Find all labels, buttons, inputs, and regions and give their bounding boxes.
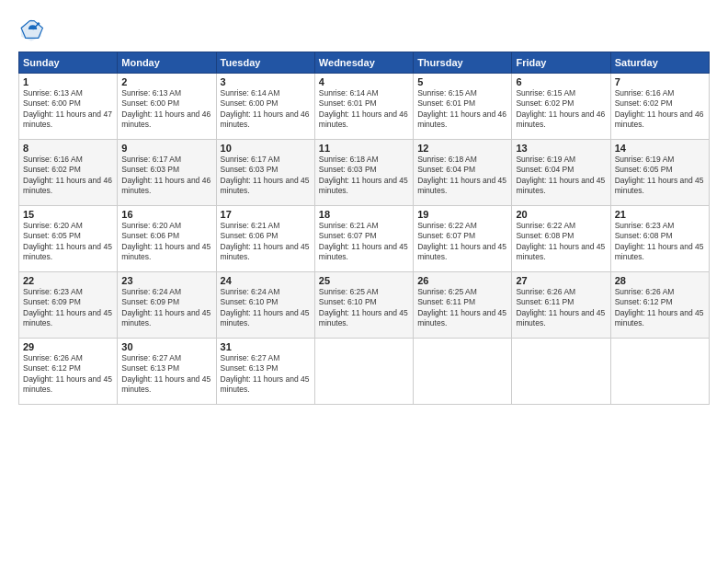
day-number: 14 — [615, 143, 705, 154]
column-header-saturday: Saturday — [610, 52, 709, 74]
logo-icon — [18, 17, 44, 42]
day-cell: 23Sunrise: 6:24 AMSunset: 6:09 PMDayligh… — [118, 272, 216, 339]
day-info: Sunrise: 6:15 AMSunset: 6:02 PMDaylight:… — [516, 88, 606, 131]
day-number: 20 — [516, 209, 606, 220]
day-number: 8 — [23, 143, 113, 154]
svg-point-2 — [37, 22, 40, 25]
day-cell: 7Sunrise: 6:16 AMSunset: 6:02 PMDaylight… — [610, 74, 709, 140]
day-number: 12 — [417, 143, 507, 154]
day-info: Sunrise: 6:20 AMSunset: 6:06 PMDaylight:… — [121, 221, 211, 263]
day-info: Sunrise: 6:23 AMSunset: 6:08 PMDaylight:… — [615, 221, 705, 263]
day-cell — [314, 339, 413, 405]
calendar-table: SundayMondayTuesdayWednesdayThursdayFrid… — [18, 52, 710, 405]
day-cell — [512, 339, 610, 405]
day-cell: 19Sunrise: 6:22 AMSunset: 6:07 PMDayligh… — [414, 206, 512, 272]
day-number: 22 — [23, 275, 113, 286]
day-cell: 15Sunrise: 6:20 AMSunset: 6:05 PMDayligh… — [19, 206, 118, 272]
day-info: Sunrise: 6:20 AMSunset: 6:05 PMDaylight:… — [23, 221, 113, 263]
day-cell: 18Sunrise: 6:21 AMSunset: 6:07 PMDayligh… — [314, 206, 413, 272]
column-header-sunday: Sunday — [19, 52, 118, 74]
day-info: Sunrise: 6:27 AMSunset: 6:13 PMDaylight:… — [121, 353, 211, 396]
day-cell — [610, 339, 709, 405]
day-number: 26 — [417, 275, 507, 286]
week-row-4: 22Sunrise: 6:23 AMSunset: 6:09 PMDayligh… — [19, 272, 710, 339]
page: SundayMondayTuesdayWednesdayThursdayFrid… — [0, 0, 728, 563]
day-info: Sunrise: 6:24 AMSunset: 6:10 PMDaylight:… — [221, 287, 311, 329]
day-cell: 21Sunrise: 6:23 AMSunset: 6:08 PMDayligh… — [610, 206, 709, 272]
day-cell: 11Sunrise: 6:18 AMSunset: 6:03 PMDayligh… — [314, 140, 413, 206]
week-row-5: 29Sunrise: 6:26 AMSunset: 6:12 PMDayligh… — [19, 339, 710, 405]
day-cell: 13Sunrise: 6:19 AMSunset: 6:04 PMDayligh… — [512, 140, 610, 206]
column-header-friday: Friday — [512, 52, 610, 74]
column-header-monday: Monday — [118, 52, 216, 74]
column-header-wednesday: Wednesday — [314, 52, 413, 74]
day-info: Sunrise: 6:26 AMSunset: 6:12 PMDaylight:… — [615, 287, 705, 329]
logo — [18, 17, 48, 42]
day-cell: 8Sunrise: 6:16 AMSunset: 6:02 PMDaylight… — [19, 140, 118, 206]
day-number: 28 — [615, 275, 705, 286]
day-cell: 28Sunrise: 6:26 AMSunset: 6:12 PMDayligh… — [610, 272, 709, 339]
day-cell: 16Sunrise: 6:20 AMSunset: 6:06 PMDayligh… — [118, 206, 216, 272]
day-info: Sunrise: 6:18 AMSunset: 6:03 PMDaylight:… — [319, 155, 409, 197]
day-info: Sunrise: 6:26 AMSunset: 6:12 PMDaylight:… — [23, 353, 113, 396]
day-number: 24 — [221, 275, 311, 286]
day-cell: 9Sunrise: 6:17 AMSunset: 6:03 PMDaylight… — [118, 140, 216, 206]
day-number: 2 — [121, 76, 211, 87]
day-number: 3 — [221, 76, 311, 87]
day-cell: 22Sunrise: 6:23 AMSunset: 6:09 PMDayligh… — [19, 272, 118, 339]
day-info: Sunrise: 6:16 AMSunset: 6:02 PMDaylight:… — [23, 155, 113, 197]
day-number: 27 — [516, 275, 606, 286]
day-info: Sunrise: 6:14 AMSunset: 6:01 PMDaylight:… — [319, 88, 409, 131]
day-cell: 31Sunrise: 6:27 AMSunset: 6:13 PMDayligh… — [216, 339, 314, 405]
day-cell: 5Sunrise: 6:15 AMSunset: 6:01 PMDaylight… — [414, 74, 512, 140]
day-info: Sunrise: 6:13 AMSunset: 6:00 PMDaylight:… — [121, 88, 211, 131]
day-cell — [414, 339, 512, 405]
day-number: 30 — [121, 341, 211, 352]
day-number: 16 — [121, 209, 211, 220]
day-number: 23 — [121, 275, 211, 286]
day-info: Sunrise: 6:17 AMSunset: 6:03 PMDaylight:… — [221, 155, 311, 197]
day-number: 6 — [516, 76, 606, 87]
day-info: Sunrise: 6:23 AMSunset: 6:09 PMDaylight:… — [23, 287, 113, 329]
day-cell: 25Sunrise: 6:25 AMSunset: 6:10 PMDayligh… — [314, 272, 413, 339]
day-cell: 10Sunrise: 6:17 AMSunset: 6:03 PMDayligh… — [216, 140, 314, 206]
header — [18, 17, 710, 42]
day-info: Sunrise: 6:26 AMSunset: 6:11 PMDaylight:… — [516, 287, 606, 329]
day-number: 13 — [516, 143, 606, 154]
day-info: Sunrise: 6:17 AMSunset: 6:03 PMDaylight:… — [121, 155, 211, 197]
day-info: Sunrise: 6:13 AMSunset: 6:00 PMDaylight:… — [23, 88, 113, 131]
day-number: 29 — [23, 341, 113, 352]
day-cell: 4Sunrise: 6:14 AMSunset: 6:01 PMDaylight… — [314, 74, 413, 140]
week-row-1: 1Sunrise: 6:13 AMSunset: 6:00 PMDaylight… — [19, 74, 710, 140]
day-number: 7 — [615, 76, 705, 87]
column-header-tuesday: Tuesday — [216, 52, 314, 74]
day-info: Sunrise: 6:22 AMSunset: 6:08 PMDaylight:… — [516, 221, 606, 263]
day-number: 10 — [221, 143, 311, 154]
day-info: Sunrise: 6:15 AMSunset: 6:01 PMDaylight:… — [417, 88, 507, 131]
day-cell: 12Sunrise: 6:18 AMSunset: 6:04 PMDayligh… — [414, 140, 512, 206]
column-header-thursday: Thursday — [414, 52, 512, 74]
day-number: 9 — [121, 143, 211, 154]
day-info: Sunrise: 6:19 AMSunset: 6:04 PMDaylight:… — [516, 155, 606, 197]
calendar-header-row: SundayMondayTuesdayWednesdayThursdayFrid… — [19, 52, 710, 74]
day-info: Sunrise: 6:14 AMSunset: 6:00 PMDaylight:… — [221, 88, 311, 131]
day-number: 31 — [221, 341, 311, 352]
day-cell: 6Sunrise: 6:15 AMSunset: 6:02 PMDaylight… — [512, 74, 610, 140]
day-number: 4 — [319, 76, 409, 87]
day-cell: 2Sunrise: 6:13 AMSunset: 6:00 PMDaylight… — [118, 74, 216, 140]
day-cell: 30Sunrise: 6:27 AMSunset: 6:13 PMDayligh… — [118, 339, 216, 405]
day-info: Sunrise: 6:25 AMSunset: 6:11 PMDaylight:… — [417, 287, 507, 329]
day-number: 19 — [417, 209, 507, 220]
day-cell: 29Sunrise: 6:26 AMSunset: 6:12 PMDayligh… — [19, 339, 118, 405]
day-info: Sunrise: 6:18 AMSunset: 6:04 PMDaylight:… — [417, 155, 507, 197]
day-info: Sunrise: 6:21 AMSunset: 6:06 PMDaylight:… — [221, 221, 311, 263]
day-info: Sunrise: 6:25 AMSunset: 6:10 PMDaylight:… — [319, 287, 409, 329]
day-info: Sunrise: 6:16 AMSunset: 6:02 PMDaylight:… — [615, 88, 705, 131]
day-info: Sunrise: 6:24 AMSunset: 6:09 PMDaylight:… — [121, 287, 211, 329]
day-cell: 17Sunrise: 6:21 AMSunset: 6:06 PMDayligh… — [216, 206, 314, 272]
day-cell: 24Sunrise: 6:24 AMSunset: 6:10 PMDayligh… — [216, 272, 314, 339]
week-row-3: 15Sunrise: 6:20 AMSunset: 6:05 PMDayligh… — [19, 206, 710, 272]
day-cell: 3Sunrise: 6:14 AMSunset: 6:00 PMDaylight… — [216, 74, 314, 140]
day-info: Sunrise: 6:21 AMSunset: 6:07 PMDaylight:… — [319, 221, 409, 263]
day-number: 21 — [615, 209, 705, 220]
